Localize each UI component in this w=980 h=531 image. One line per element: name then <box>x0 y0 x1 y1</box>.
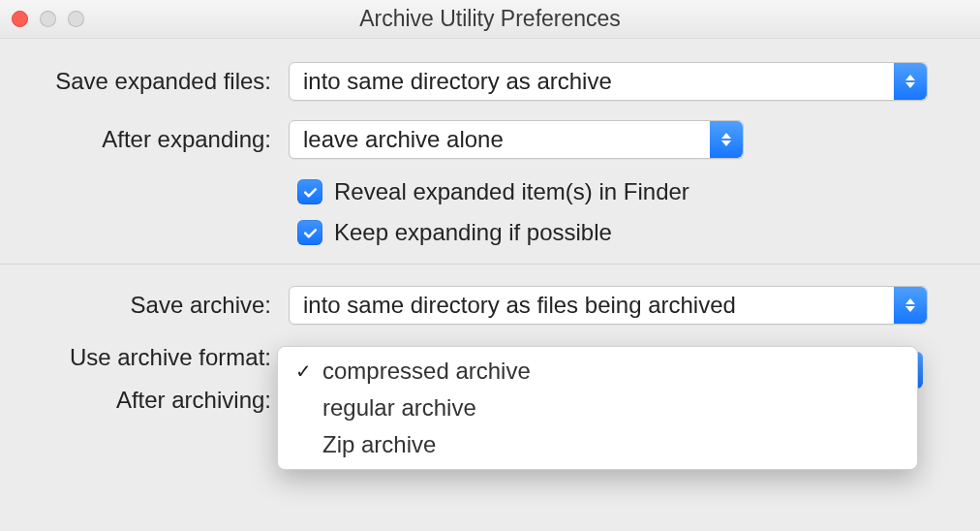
label-after-expanding: After expanding: <box>19 126 271 153</box>
chevron-updown-icon <box>894 63 927 100</box>
dropdown-after-expanding[interactable]: leave archive alone <box>289 120 744 159</box>
checkbox-label: Keep expanding if possible <box>334 219 612 246</box>
checkbox-reveal-expanded[interactable]: Reveal expanded item(s) in Finder <box>297 178 980 205</box>
row-save-expanded: Save expanded files: into same directory… <box>19 62 961 101</box>
titlebar: Archive Utility Preferences <box>0 0 980 39</box>
label-after-archiving: After archiving: <box>19 387 271 414</box>
dropdown-value: leave archive alone <box>303 126 504 153</box>
dropdown-value: into same directory as archive <box>303 68 612 95</box>
checkbox-keep-expanding[interactable]: Keep expanding if possible <box>297 219 980 246</box>
label-save-archive: Save archive: <box>19 292 271 319</box>
dropdown-value: into same directory as files being archi… <box>303 292 736 319</box>
menu-item-zip-archive[interactable]: Zip archive <box>278 426 917 463</box>
dropdown-menu-archive-format: ✓ compressed archive regular archive Zip… <box>277 346 918 470</box>
chevron-updown-icon <box>894 287 927 324</box>
row-save-archive: Save archive: into same directory as fil… <box>19 286 961 325</box>
checkbox-checked-icon <box>297 179 322 204</box>
menu-item-label: regular archive <box>322 394 476 422</box>
checkbox-label: Reveal expanded item(s) in Finder <box>334 178 689 205</box>
menu-item-label: compressed archive <box>322 358 531 385</box>
section-divider <box>0 264 980 265</box>
window-title: Archive Utility Preferences <box>0 6 980 32</box>
menu-item-regular-archive[interactable]: regular archive <box>278 390 917 426</box>
dropdown-save-expanded[interactable]: into same directory as archive <box>289 62 928 101</box>
menu-item-compressed-archive[interactable]: ✓ compressed archive <box>278 353 917 390</box>
checkbox-checked-icon <box>297 220 322 245</box>
row-after-expanding: After expanding: leave archive alone <box>19 120 961 159</box>
menu-item-label: Zip archive <box>322 431 436 458</box>
label-save-expanded: Save expanded files: <box>19 68 271 95</box>
checkmark-icon: ✓ <box>293 359 313 383</box>
dropdown-save-archive[interactable]: into same directory as files being archi… <box>289 286 928 325</box>
label-use-archive-format: Use archive format: <box>19 344 271 371</box>
chevron-updown-icon <box>710 121 743 158</box>
